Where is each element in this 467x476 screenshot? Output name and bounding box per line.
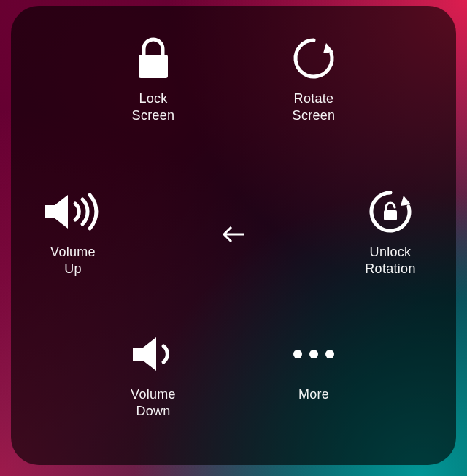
svg-rect-1 bbox=[384, 210, 397, 220]
volume-down-label: Volume Down bbox=[131, 386, 176, 419]
lock-screen-button[interactable]: Lock Screen bbox=[99, 35, 208, 123]
volume-up-label: Volume Up bbox=[50, 244, 96, 277]
more-icon bbox=[288, 331, 339, 377]
volume-up-icon bbox=[40, 188, 106, 235]
volume-up-button[interactable]: Volume Up bbox=[18, 188, 128, 277]
svg-point-2 bbox=[293, 350, 302, 358]
unlock-rotation-label: Unlock Rotation bbox=[365, 244, 415, 277]
svg-rect-0 bbox=[139, 55, 168, 78]
rotate-icon bbox=[291, 35, 336, 82]
lock-screen-label: Lock Screen bbox=[132, 91, 175, 123]
assistive-touch-menu: Lock Screen Rotate Screen Volume Up bbox=[11, 6, 456, 465]
more-button[interactable]: More bbox=[259, 331, 368, 403]
back-button[interactable] bbox=[221, 225, 246, 247]
unlock-rotation-button[interactable]: Unlock Rotation bbox=[336, 188, 445, 277]
volume-down-button[interactable]: Volume Down bbox=[99, 331, 208, 419]
rotate-screen-button[interactable]: Rotate Screen bbox=[259, 35, 368, 123]
back-arrow-icon bbox=[221, 225, 246, 244]
lock-icon bbox=[135, 35, 171, 82]
more-label: More bbox=[298, 386, 329, 403]
volume-down-icon bbox=[127, 331, 180, 377]
svg-point-4 bbox=[325, 350, 334, 358]
rotate-screen-label: Rotate Screen bbox=[293, 91, 336, 123]
unlock-rotation-icon bbox=[366, 188, 414, 235]
svg-point-3 bbox=[309, 350, 318, 358]
